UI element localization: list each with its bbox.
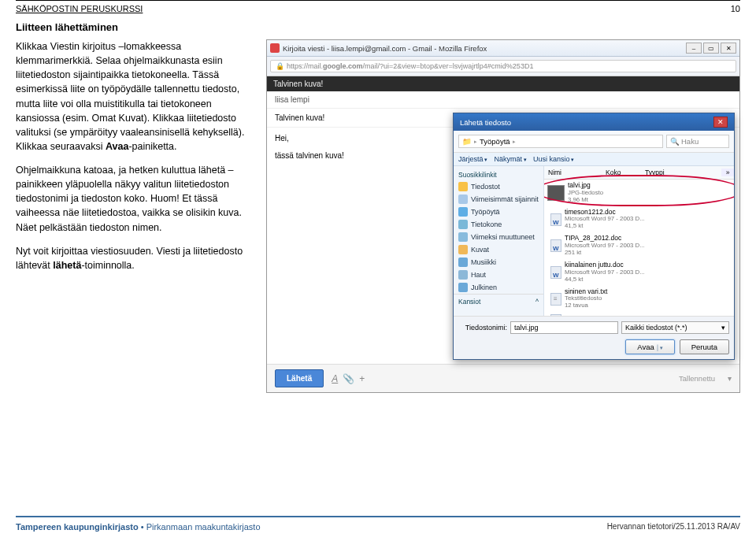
sidebar-item[interactable]: Tiedostot bbox=[454, 180, 543, 193]
lock-icon: 🔒 bbox=[276, 62, 284, 70]
section-title: Liitteen lähettäminen bbox=[0, 13, 756, 39]
filetype-filter[interactable]: Kaikki tiedostot (*.*)▾ bbox=[621, 321, 729, 334]
sidebar-folders-header[interactable]: Kansiot ^ bbox=[454, 294, 543, 309]
file-row[interactable]: talvi.jpgJPG-tiedosto3,96 Mt bbox=[544, 180, 734, 206]
send-button[interactable]: Lähetä bbox=[275, 369, 324, 387]
library-logo: Tampereen kaupunginkirjasto • Pirkanmaan… bbox=[16, 522, 261, 532]
file-row[interactable]: kiinalainen juttu.docMicrosoft Word 97 -… bbox=[544, 259, 734, 286]
sidebar-item[interactable]: Musiikki bbox=[454, 256, 543, 269]
doc-header-title: SÄHKÖPOSTIN PERUSKURSSI bbox=[16, 4, 143, 13]
views-menu[interactable]: Näkymät bbox=[494, 155, 526, 163]
instruction-text: Klikkaa Viestin kirjoitus –lomakkeessa k… bbox=[16, 39, 252, 393]
col-name[interactable]: Nimi bbox=[544, 169, 606, 176]
doc-icon bbox=[550, 314, 561, 316]
sidebar-item[interactable]: Viimeisimmät sijainnit bbox=[454, 193, 543, 206]
saved-indicator: Tallennettu bbox=[679, 374, 715, 383]
file-row[interactable]: KirjaHetki kiinalainen juttu.doc bbox=[544, 312, 734, 316]
paragraph-1: Klikkaa Viestin kirjoitus –lomakkeessa k… bbox=[16, 39, 252, 154]
compose-title: Talvinen kuva! bbox=[267, 76, 739, 91]
chevron-down-icon[interactable]: ▾ bbox=[728, 374, 732, 383]
dialog-title: Lähetä tiedosto bbox=[460, 118, 713, 127]
close-button[interactable]: ✕ bbox=[721, 43, 736, 54]
filename-input[interactable]: talvi.jpg bbox=[510, 321, 618, 334]
filename-label: Tiedostonimi: bbox=[458, 324, 507, 332]
cancel-button[interactable]: Peruuta bbox=[680, 339, 729, 354]
sidebar-item[interactable]: Viimeksi muuttuneet bbox=[454, 231, 543, 243]
window-title: Kirjoita viesti - liisa.lempi@gmail.com … bbox=[283, 44, 686, 53]
footer-date: Hervannan tietotori/25.11.2013 RA/AV bbox=[607, 522, 740, 531]
open-button[interactable]: Avaa │▾ bbox=[625, 339, 675, 354]
organize-menu[interactable]: Järjestä bbox=[458, 155, 487, 163]
paragraph-3: Nyt voit kirjoittaa viestiosuuden. Viest… bbox=[16, 244, 252, 272]
file-row[interactable]: TIPA_28_2012.docMicrosoft Word 97 - 2003… bbox=[544, 232, 734, 259]
file-open-dialog: Lähetä tiedosto ✕ 📁 ▸ Työpöytä ▸ 🔍 Haku bbox=[453, 113, 735, 360]
sidebar-item[interactable]: Työpöytä bbox=[454, 206, 543, 218]
paragraph-2: Ohjelmaikkuna katoaa, ja hetken kuluttua… bbox=[16, 163, 252, 235]
dialog-close-button[interactable]: ✕ bbox=[713, 117, 728, 128]
dialog-sidebar: Suosikkilinkit Tiedostot Viimeisimmät si… bbox=[454, 166, 544, 316]
folder-icon: 📁 bbox=[462, 137, 472, 146]
compose-from[interactable]: liisa lempi bbox=[267, 91, 739, 109]
format-icon[interactable]: A bbox=[332, 373, 338, 384]
breadcrumb[interactable]: 📁 ▸ Työpöytä ▸ bbox=[458, 135, 663, 148]
attach-icon[interactable]: 📎 bbox=[343, 373, 354, 384]
dialog-search[interactable]: 🔍 Haku bbox=[666, 135, 729, 148]
firefox-favicon bbox=[270, 43, 280, 53]
col-more[interactable]: » bbox=[721, 169, 734, 176]
file-row[interactable]: sininen vari.txtTekstitiedosto12 tavua bbox=[544, 286, 734, 313]
txt-icon bbox=[550, 293, 561, 306]
doc-icon bbox=[550, 266, 561, 279]
sidebar-item[interactable]: Tietokone bbox=[454, 218, 543, 231]
file-row[interactable]: timeson1212.docMicrosoft Word 97 - 2003 … bbox=[544, 206, 734, 233]
page-number: 10 bbox=[731, 4, 740, 13]
add-icon[interactable]: + bbox=[359, 373, 365, 384]
minimize-button[interactable]: – bbox=[686, 43, 702, 54]
sidebar-item[interactable]: Julkinen bbox=[454, 281, 543, 294]
file-thumbnail bbox=[547, 185, 565, 201]
dialog-toolbar: Järjestä Näkymät Uusi kansio bbox=[454, 153, 734, 166]
sidebar-item[interactable]: Kuvat bbox=[454, 243, 543, 256]
firefox-window: Kirjoita viesti - liisa.lempi@gmail.com … bbox=[266, 39, 740, 393]
address-bar[interactable]: 🔒 https://mail.google.com/mail/?ui=2&vie… bbox=[270, 60, 736, 72]
col-size[interactable]: Koko bbox=[606, 169, 645, 176]
file-list: Nimi Koko Tyyppi » talvi.jpgJPG-tiedosto… bbox=[544, 166, 734, 316]
newfolder-menu[interactable]: Uusi kansio bbox=[533, 155, 574, 163]
col-type[interactable]: Tyyppi bbox=[645, 169, 721, 176]
doc-icon bbox=[550, 239, 561, 252]
maximize-button[interactable]: ▭ bbox=[703, 43, 719, 54]
sidebar-item[interactable]: Haut bbox=[454, 269, 543, 281]
search-icon: 🔍 bbox=[670, 137, 680, 146]
doc-icon bbox=[550, 213, 561, 226]
